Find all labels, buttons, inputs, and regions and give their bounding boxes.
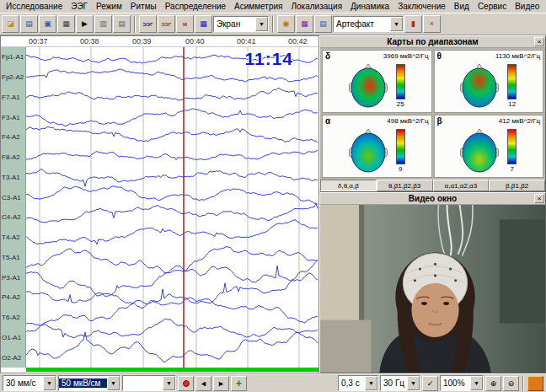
- channel-label[interactable]: T6-A2: [1, 308, 25, 328]
- record-marker-icon[interactable]: [178, 376, 194, 391]
- channel-label[interactable]: O1-A1: [1, 328, 25, 348]
- speed-select[interactable]: 30 мм/с ▼: [3, 375, 56, 391]
- eeg-application-window: ИсследованиеЭЭГРежимРитмыРаспределениеАс…: [0, 0, 546, 392]
- channel-label[interactable]: C3-A1: [1, 187, 25, 207]
- fragment-marker-bar[interactable]: [26, 368, 318, 372]
- hf-filter-select[interactable]: 30 Гц ▼: [380, 375, 420, 391]
- channel-label[interactable]: O2-A2: [1, 347, 25, 368]
- chevron-down-icon[interactable]: ▼: [43, 376, 56, 390]
- spectrum-icon[interactable]: ▦: [296, 15, 313, 33]
- band-tab-2[interactable]: α,α1,α2,α3: [433, 180, 490, 191]
- eeg-trace-area[interactable]: 11:14: [26, 47, 318, 368]
- menu-item-4[interactable]: Распределение: [161, 1, 230, 12]
- close-icon[interactable]: ×: [534, 194, 544, 203]
- band-value: 412 мкВ^2/Гц: [499, 117, 540, 125]
- menu-item-0[interactable]: Исследование: [2, 1, 67, 12]
- zoom-in-icon[interactable]: ⊕: [485, 376, 501, 391]
- notch-filter-icon[interactable]: ✓: [422, 376, 438, 391]
- artifact-mark-icon[interactable]: ▮: [404, 15, 422, 33]
- scale-max-value: 25: [397, 100, 404, 108]
- open-exam-icon[interactable]: ◪: [2, 15, 19, 33]
- band-tab-3[interactable]: β,β1,β2: [489, 180, 545, 191]
- channel-label[interactable]: C4-A2: [1, 207, 25, 228]
- speed-value: 30 мм/с: [3, 379, 43, 388]
- chevron-down-icon[interactable]: ▼: [407, 376, 420, 390]
- eeg-native-icon[interactable]: ЭЭГ: [139, 15, 157, 33]
- band-symbol: β: [437, 116, 442, 126]
- add-marker-icon[interactable]: +: [231, 376, 247, 391]
- chevron-down-icon[interactable]: ▼: [163, 376, 175, 390]
- table-icon[interactable]: ▤: [314, 15, 332, 33]
- brain-topography-map: [349, 128, 388, 174]
- lf-filter-select[interactable]: 0,3 с ▼: [338, 375, 378, 391]
- scale-max-value: 7: [511, 165, 514, 173]
- menu-bar: ИсследованиеЭЭГРежимРитмыРаспределениеАс…: [0, 0, 546, 13]
- grid-icon[interactable]: ▦: [195, 15, 212, 33]
- montage-icon[interactable]: М: [176, 15, 194, 33]
- play-icon[interactable]: ▶: [76, 15, 94, 33]
- eeg-panel: 00:3700:3800:3900:4000:4100:42 Fp1-A1Fp2…: [0, 35, 319, 373]
- band-tabs: δ,θ,α,βθ,β1,β2,β3α,α1,α2,α3β,β1,β2: [320, 180, 545, 191]
- channel-label[interactable]: Fp1-A1: [1, 47, 25, 67]
- zoom-value: 100%: [441, 379, 470, 388]
- menu-item-9[interactable]: Вид: [450, 1, 474, 12]
- screen-select[interactable]: Экран ▼: [213, 16, 269, 32]
- page-view-icon[interactable]: ▥: [94, 15, 112, 33]
- status-bar: 30 мм/с ▼ 50 мкВ/см ▼ ▼ ◄ ► + 0,3 с ▼ 30…: [0, 373, 546, 392]
- menu-item-8[interactable]: Заключение: [393, 1, 450, 12]
- channel-label[interactable]: P4-A2: [1, 287, 25, 308]
- channel-label[interactable]: P3-A1: [1, 267, 25, 287]
- main-area: 00:3700:3800:3900:4000:4100:42 Fp1-A1Fp2…: [0, 35, 546, 373]
- traces-row: Fp1-A1Fp2-A2F7-A1F3-A1F4-A2F8-A2T3-A1C3-…: [1, 47, 318, 368]
- zoom-out-icon[interactable]: ⊖: [503, 376, 519, 391]
- channel-label[interactable]: F7-A1: [1, 88, 25, 108]
- print-icon[interactable]: ▦: [57, 15, 75, 33]
- prev-fragment-icon[interactable]: ◄: [195, 376, 211, 391]
- band-tab-1[interactable]: θ,β1,β2,β3: [377, 180, 433, 191]
- band-tab-0[interactable]: δ,θ,α,β: [320, 180, 377, 191]
- artifact-clear-icon[interactable]: ×: [423, 15, 441, 33]
- eeg-analysis-icon[interactable]: ЭЭГ: [158, 15, 175, 33]
- channel-label[interactable]: F3-A1: [1, 107, 25, 127]
- time-ruler: 00:3700:3800:3900:4000:4100:42: [1, 36, 318, 47]
- menu-item-5[interactable]: Асимметрия: [230, 1, 286, 12]
- chevron-down-icon[interactable]: ▼: [470, 376, 483, 390]
- chevron-down-icon[interactable]: ▼: [255, 17, 268, 31]
- menu-item-7[interactable]: Динамика: [346, 1, 393, 12]
- file-toolbar-group: ◪▤▣▦▶▥▤: [2, 15, 131, 33]
- maps-grid: δ3969 мкВ^2/Гц25θ1130 мкВ^2/Гц12α498 мкВ…: [320, 48, 545, 180]
- save-icon[interactable]: ▣: [39, 15, 56, 33]
- menu-item-6[interactable]: Локализация: [287, 1, 347, 12]
- channel-label[interactable]: T5-A1: [1, 248, 25, 268]
- exit-icon[interactable]: [527, 376, 543, 391]
- screen-select-value: Экран: [214, 19, 255, 29]
- topo-map-icon[interactable]: ◉: [277, 15, 295, 33]
- menu-item-10[interactable]: Сервис: [474, 1, 511, 12]
- channel-label[interactable]: F8-A2: [1, 148, 25, 168]
- gain-select[interactable]: 50 мкВ/см ▼: [58, 375, 120, 391]
- menu-item-2[interactable]: Режим: [92, 1, 126, 12]
- chevron-down-icon[interactable]: ▼: [107, 376, 120, 390]
- artifact-select[interactable]: Артефакт ▼: [333, 16, 404, 32]
- channel-label[interactable]: T4-A2: [1, 228, 25, 248]
- menu-item-11[interactable]: Видео: [511, 1, 543, 12]
- channel-label[interactable]: T3-A1: [1, 168, 25, 188]
- close-icon[interactable]: ×: [534, 37, 544, 46]
- montage-select[interactable]: ▼: [122, 375, 176, 391]
- channel-label-column: Fp1-A1Fp2-A2F7-A1F3-A1F4-A2F8-A2T3-A1C3-…: [1, 47, 26, 368]
- menu-item-1[interactable]: ЭЭГ: [67, 1, 92, 12]
- band-value: 1130 мкВ^2/Гц: [495, 52, 540, 60]
- chevron-down-icon[interactable]: ▼: [365, 376, 377, 390]
- channel-label[interactable]: Fp2-A2: [1, 67, 25, 88]
- copy-page-icon[interactable]: ▤: [113, 15, 131, 33]
- color-scale: [396, 64, 405, 99]
- color-scale: [396, 129, 405, 164]
- new-exam-icon[interactable]: ▤: [20, 15, 38, 33]
- channel-label[interactable]: F4-A2: [1, 127, 25, 148]
- next-fragment-icon[interactable]: ►: [213, 376, 229, 391]
- menu-item-3[interactable]: Ритмы: [126, 1, 161, 12]
- color-scale: [507, 129, 517, 164]
- band-symbol: α: [325, 116, 330, 126]
- zoom-select[interactable]: 100% ▼: [440, 375, 484, 391]
- chevron-down-icon[interactable]: ▼: [390, 17, 403, 31]
